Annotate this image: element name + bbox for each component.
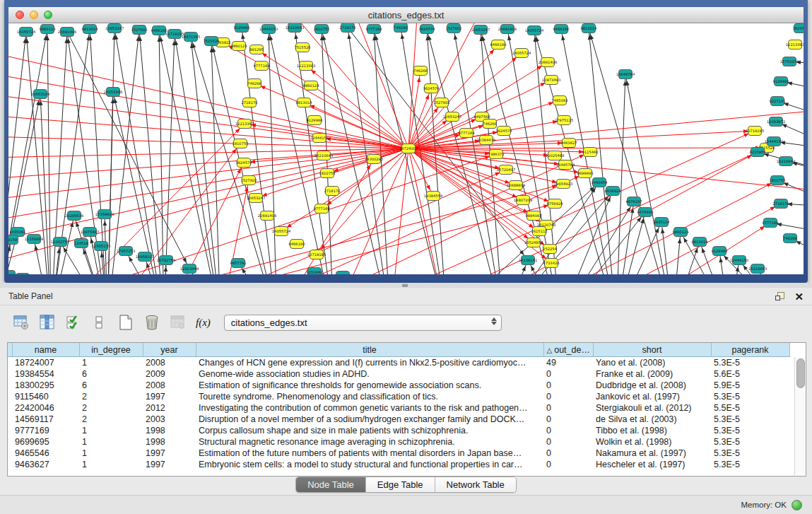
cell-year[interactable]: 1998 (143, 425, 196, 436)
graph-node[interactable]: 746266 (394, 23, 408, 33)
column-header-short[interactable]: short (593, 343, 711, 357)
graph-edge[interactable] (175, 34, 220, 274)
graph-edge[interactable] (408, 45, 498, 148)
graph-edge[interactable] (114, 28, 164, 274)
graph-node[interactable]: 3624574 (495, 127, 512, 136)
graph-node[interactable]: 1733426 (543, 259, 559, 268)
graph-node[interactable]: 9860123 (302, 81, 319, 90)
graph-edge[interactable] (408, 148, 447, 274)
graph-node[interactable]: 2718176 (324, 187, 340, 196)
table-row[interactable]: 969969511998Structural magnetic resonanc… (8, 436, 789, 448)
graph-node[interactable]: 14055724 (512, 49, 531, 58)
graph-node[interactable]: 8215955 (749, 148, 765, 157)
graph-node[interactable]: 3624574 (423, 84, 440, 93)
cell-pagerank[interactable]: 5.3E-5 (711, 448, 789, 459)
graph-node[interactable]: 9860123 (230, 42, 247, 51)
cell-title[interactable]: Genome-wide association studies in ADHD. (196, 368, 543, 380)
table-row[interactable]: 1872400712008Changes of HCN gene express… (8, 357, 789, 369)
graph-edge[interactable] (191, 37, 277, 274)
graph-node[interactable]: 12213393 (786, 40, 804, 49)
graph-node[interactable]: 9129966 (306, 116, 322, 125)
table-row[interactable]: 1456911722003Disruption of a novel membe… (8, 414, 789, 425)
cell-in_degree[interactable]: 6 (79, 380, 143, 391)
graph-node[interactable]: 7515526 (14, 274, 30, 275)
graph-node[interactable]: 746266 (413, 66, 428, 76)
column-header-year[interactable]: year (143, 343, 196, 357)
graph-edge[interactable] (616, 74, 625, 274)
graph-node[interactable]: 10719195 (307, 250, 326, 259)
graph-node[interactable]: 9884067 (525, 211, 541, 221)
graph-node[interactable]: 2718176 (241, 98, 257, 107)
graph-node[interactable]: 2718176 (339, 23, 355, 33)
graph-node[interactable]: 6466160 (490, 40, 506, 49)
graph-node[interactable]: 891295 (249, 45, 264, 54)
scrollbar-thumb[interactable] (796, 358, 805, 388)
cell-name[interactable]: 22420046 (12, 402, 79, 414)
graph-node[interactable]: 746266 (483, 119, 497, 129)
cell-year[interactable]: 1997 (143, 448, 196, 459)
graph-node[interactable]: 114519 (74, 239, 88, 248)
cell-short[interactable]: Franke et al. (2009) (593, 368, 711, 380)
graph-node[interactable]: 14055724 (17, 28, 36, 37)
graph-node[interactable]: 3624574 (235, 158, 252, 168)
graph-node[interactable]: 20691406 (498, 25, 517, 34)
cell-pagerank[interactable]: 5.3E-5 (711, 425, 789, 436)
graph-node[interactable]: 16210643 (286, 23, 304, 33)
delete-table-icon[interactable] (143, 314, 160, 331)
cell-out_degree[interactable]: 0 (543, 448, 593, 459)
graph-node[interactable]: 18300295 (365, 155, 383, 164)
graph-node[interactable]: 12213393 (334, 271, 352, 275)
cell-out_degree[interactable]: 0 (543, 414, 593, 425)
graph-node[interactable]: 2935114 (653, 218, 670, 227)
graph-node[interactable]: 1810755 (313, 25, 329, 34)
graph-node[interactable]: 9777169 (253, 62, 269, 71)
graph-node[interactable]: 8813014 (81, 25, 98, 34)
table-row[interactable]: 1830029562008Estimation of significance … (8, 380, 789, 391)
cell-pagerank[interactable]: 5.3E-5 (711, 436, 789, 448)
graph-node[interactable]: 1527602 (433, 98, 449, 107)
graph-edge[interactable] (560, 212, 645, 274)
graph-edge[interactable] (673, 232, 681, 274)
graph-node[interactable]: 16648784 (616, 70, 635, 79)
graph-node[interactable]: 10975487 (81, 228, 99, 237)
graph-node[interactable]: 1440954 (591, 178, 608, 187)
graph-node[interactable]: 20206536 (65, 211, 83, 221)
graph-edge[interactable] (107, 28, 114, 274)
graph-node[interactable]: 10973493 (542, 76, 560, 85)
cell-pagerank[interactable]: 5.3E-5 (711, 357, 789, 369)
graph-node[interactable]: 9860123 (39, 25, 55, 34)
graph-edge[interactable] (589, 28, 673, 274)
graph-edge[interactable] (560, 201, 634, 274)
graph-node[interactable]: 15751074 (780, 57, 799, 66)
graph-edge[interactable] (139, 30, 164, 274)
graph-node[interactable]: 14136141 (519, 256, 537, 265)
cell-out_degree[interactable]: 0 (543, 391, 593, 402)
graph-node[interactable]: 12444150 (259, 25, 278, 34)
cell-pagerank[interactable]: 5.6E-5 (711, 368, 789, 380)
graph-node[interactable]: 39159 (8, 235, 18, 245)
graph-node[interactable]: 746266 (247, 79, 261, 88)
graph-node[interactable]: 12505135 (92, 242, 110, 251)
table-mode-icon[interactable] (13, 314, 30, 331)
cell-year[interactable]: 2003 (143, 414, 196, 425)
cell-pagerank[interactable]: 5.9E-5 (711, 380, 789, 391)
cell-pagerank[interactable]: 5.3E-5 (711, 414, 789, 425)
graph-node[interactable]: 17957253 (117, 247, 135, 256)
graph-node[interactable]: 11156869 (25, 235, 43, 244)
cell-in_degree[interactable]: 1 (79, 436, 143, 448)
cell-name[interactable]: 18724007 (12, 357, 79, 369)
graph-edge[interactable] (8, 115, 408, 148)
graph-node[interactable]: 19384554 (424, 192, 443, 201)
graph-node[interactable]: 16210643 (748, 264, 767, 274)
graph-node[interactable]: 7386372 (488, 150, 504, 159)
graph-node[interactable]: 10688609 (507, 181, 525, 190)
cell-title[interactable]: Changes of HCN gene expression and I(f) … (196, 357, 543, 369)
cell-title[interactable]: Investigating the contribution of common… (196, 402, 543, 414)
cell-out_degree[interactable]: 0 (543, 436, 593, 448)
graph-node[interactable]: 16210643 (314, 151, 333, 160)
table-row[interactable]: 911546021997Tourette syndrome. Phenomeno… (8, 391, 789, 402)
graph-node[interactable]: 8813014 (580, 24, 597, 33)
table-vertical-scrollbar[interactable] (794, 357, 806, 475)
graph-node[interactable]: 1810755 (319, 169, 335, 178)
graph-node[interactable]: 13524851 (524, 238, 543, 247)
